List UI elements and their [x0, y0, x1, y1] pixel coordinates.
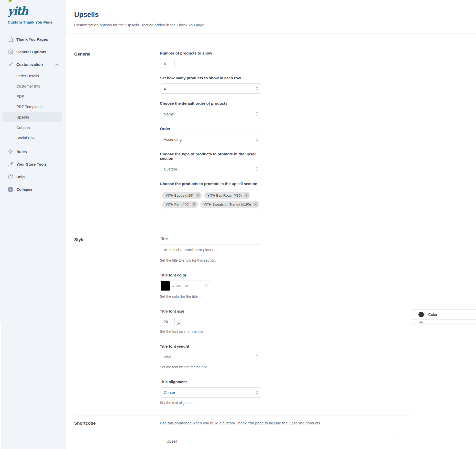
sidebar-item-pdf[interactable]: PDF [0, 91, 66, 101]
remove-tag-icon[interactable]: × [244, 193, 249, 198]
main-panel: Upsells Customization options for the "U… [66, 0, 476, 449]
app-root: yith Custom Thank You Page Thank You Pag… [0, 0, 476, 449]
select-chevrons-icon [256, 137, 258, 141]
sidebar-item-customization[interactable]: Customization [0, 58, 66, 71]
color-hex-value: #000000 [172, 284, 188, 288]
sidebar-item-coupon[interactable]: Coupon [0, 122, 66, 133]
title-alignment-help: Set the text alignment. [160, 401, 267, 405]
sidebar-item-order-details[interactable]: Order Details [0, 71, 66, 81]
order-by-value: Name [164, 112, 174, 116]
shortcode-card: Upsell [ctpw_show_products type="custom"… [160, 432, 394, 449]
sidebar-item-help[interactable]: Help [0, 170, 66, 183]
order-by-label: Choose the default order of products [160, 101, 267, 105]
title-font-weight-field: Title font weight Bold Set the font weig… [160, 344, 267, 369]
title-alignment-field: Title alignment Center Set the text alig… [160, 380, 267, 405]
per-row-select[interactable]: 4 [160, 83, 262, 94]
title-alignment-value: Center [164, 390, 175, 395]
order-by-select[interactable]: Name [160, 109, 262, 119]
sidebar-item-label: Customization [16, 62, 43, 67]
style-heading: Style [74, 237, 160, 242]
title-font-weight-label: Title font weight [160, 344, 267, 348]
page-title: Upsells [74, 11, 476, 19]
rocket-icon [8, 162, 13, 167]
title-font-color-help: Set the color for the title. [160, 294, 267, 298]
page-header: Upsells Customization options for the "U… [66, 0, 476, 34]
title-help: Set the title to show for this section. [160, 258, 267, 262]
remove-tag-icon[interactable]: × [253, 202, 258, 207]
title-field: Title Articoli che potrebbero piacerti S… [160, 237, 267, 262]
per-row-value: 4 [164, 87, 166, 91]
section-divider [74, 415, 412, 415]
select-chevrons-icon [256, 390, 258, 394]
product-tag-label: YITH Pen (#40) [165, 202, 190, 206]
promote-products-label: Choose the products to promote in the up… [160, 181, 267, 186]
title-font-weight-help: Set the font weight for the title. [160, 365, 267, 369]
num-products-field: Number of products to show 4 [160, 51, 267, 68]
yith-logo: yith [8, 6, 28, 16]
order-field: Order Ascending [160, 126, 267, 144]
gear-icon [8, 49, 13, 55]
viewport-edge-artifact [0, 323, 1, 449]
num-products-input[interactable]: 4 [160, 59, 175, 68]
cog-icon [8, 149, 13, 155]
title-font-size-field: Title font size 20 px Set the font size … [160, 309, 267, 334]
dropdown-option-color[interactable]: Color [412, 309, 476, 320]
select-chevrons-icon [256, 87, 258, 91]
sidebar: yith Custom Thank You Page Thank You Pag… [0, 0, 66, 449]
title-input[interactable]: Articoli che potrebbero piacerti [160, 244, 262, 255]
products-multiselect[interactable]: YITH Badge (#19) × YITH Bag Roger (#30) … [160, 189, 262, 215]
order-select[interactable]: Ascending [160, 134, 262, 144]
sidebar-item-collapse[interactable]: ‹ Collapse [0, 183, 66, 196]
remove-tag-icon[interactable]: × [195, 193, 201, 198]
title-font-weight-select[interactable]: Bold [160, 352, 262, 362]
sidebar-item-upsells[interactable]: Upsells [3, 112, 62, 122]
product-tag-label: YITH Sweatshirt Trendy (#190) [204, 202, 251, 206]
sidebar-item-pdf-templates[interactable]: PDF Templates [0, 101, 66, 112]
sidebar-item-label: Your Store Tools [16, 162, 47, 166]
title-alignment-select[interactable]: Center [160, 387, 262, 398]
customization-submenu: Order Details Customer Info PDF PDF Temp… [0, 71, 66, 143]
sidebar-item-label: Rules [16, 149, 27, 154]
sidebar-item-thank-you-pages[interactable]: Thank You Pages [0, 33, 66, 46]
select-chevrons-icon [256, 355, 258, 359]
shortcode-heading: Shortcode [74, 421, 160, 426]
sidebar-item-social-box[interactable]: Social Box [0, 133, 66, 143]
select-chevrons-icon [256, 167, 258, 171]
title-font-size-help: Set the font size for the title. [160, 329, 267, 334]
help-icon [8, 174, 13, 180]
title-font-size-input[interactable]: 20 [160, 317, 175, 326]
promote-type-value: Custom [164, 167, 177, 171]
dropdown-option-clipped[interactable] [412, 320, 476, 323]
select-chevrons-icon [256, 112, 258, 116]
product-tag: YITH Sweatshirt Trendy (#190) × [200, 201, 259, 208]
title-font-color-input[interactable]: #000000 [160, 281, 212, 291]
per-row-label: Set how many products to show in each ro… [160, 76, 267, 80]
section-divider [74, 227, 412, 227]
order-value: Ascending [164, 137, 182, 142]
sidebar-item-label: Collapse [16, 187, 32, 191]
document-icon [8, 37, 13, 42]
order-by-field: Choose the default order of products Nam… [160, 101, 267, 119]
brand: yith Custom Thank You Page [0, 0, 66, 24]
remove-tag-icon[interactable]: × [192, 202, 197, 207]
reset-color-icon[interactable] [204, 284, 209, 288]
collapse-arrow-icon: ‹ [8, 187, 13, 192]
order-label: Order [160, 126, 267, 131]
sidebar-item-your-store-tools[interactable]: Your Store Tools [0, 158, 66, 170]
color-swatch[interactable] [161, 281, 170, 291]
color-dropdown-overlay: Color [412, 309, 476, 323]
sidebar-item-label: Help [16, 175, 25, 179]
plugin-name: Custom Thank You Page [8, 20, 66, 24]
product-tag: YITH Bag Roger (#30) × [204, 192, 250, 199]
sidebar-item-general-options[interactable]: General Options [0, 46, 66, 58]
sidebar-nav: Thank You Pages General Options [0, 33, 66, 196]
per-row-field: Set how many products to show in each ro… [160, 76, 267, 94]
product-tag-label: YITH Bag Roger (#30) [207, 194, 242, 197]
promote-type-select[interactable]: Custom [160, 164, 262, 174]
title-font-color-field: Title font color #000000 Set the color f… [160, 273, 267, 298]
title-font-size-label: Title font size [160, 309, 267, 313]
sidebar-item-customer-info[interactable]: Customer Info [0, 81, 66, 91]
promote-type-field: Choose the type of products to promote i… [160, 152, 267, 174]
product-tag-label: YITH Badge (#19) [165, 194, 193, 197]
sidebar-item-rules[interactable]: Rules [0, 145, 66, 158]
